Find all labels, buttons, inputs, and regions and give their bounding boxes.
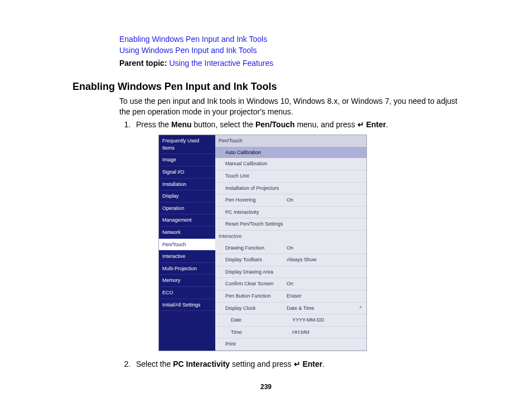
menu-left-item: Multi-Projection: [159, 263, 215, 275]
menu-option: Display Drawing Area: [215, 266, 366, 279]
menu-option: Display ClockDate & Time^: [215, 303, 366, 315]
menu-option: Touch Unit: [215, 170, 366, 183]
section-intro: To use the pen input and Ink tools in Wi…: [119, 96, 465, 117]
enter-icon: ↵: [357, 119, 364, 131]
projector-menu-screenshot: Frequently Used ItemsImageSignal I/OInst…: [158, 135, 367, 351]
menu-option: Drawing FunctionOn: [215, 242, 366, 255]
menu-option: Installation of Projectors: [215, 183, 366, 195]
menu-left-item: Signal I/O: [159, 166, 215, 179]
menu-left-item: Network: [159, 227, 215, 239]
menu-group-interactive: Interactive: [215, 231, 366, 242]
menu-left-item: Interactive: [159, 251, 215, 263]
section-title: Enabling Windows Pen Input and Ink Tools: [72, 81, 465, 93]
menu-option: Reset Pen/Touch Settings: [215, 218, 366, 231]
menu-left-item: Initial/All Settings: [159, 299, 215, 312]
menu-left-item: Frequently Used Items: [159, 135, 215, 154]
menu-left-item: Installation: [159, 179, 215, 191]
page-number: 239: [0, 383, 532, 391]
parent-topic-link[interactable]: Using the Interactive Features: [169, 59, 273, 68]
menu-left-item: Pen/Touch: [159, 239, 215, 251]
menu-left-item: Management: [159, 214, 215, 227]
menu-left-item: Image: [159, 154, 215, 166]
menu-left-item: Display: [159, 190, 215, 203]
step-1: Press the Menu button, select the Pen/To…: [133, 119, 465, 351]
toc-link-using[interactable]: Using Windows Pen Input and Ink Tools: [119, 45, 465, 56]
menu-option: Confirm Clear ScreenOn: [215, 278, 366, 290]
menu-option: TimeHH:MM: [215, 327, 366, 339]
enter-icon: ↵: [294, 359, 301, 370]
menu-option: Manual Calibration: [215, 158, 366, 170]
parent-topic-label: Parent topic:: [119, 59, 167, 68]
chevron-up-icon: ^: [360, 305, 363, 312]
menu-option: DateYYYY-MM-DD: [215, 314, 366, 327]
menu-header-pen-touch: Pen/Touch: [215, 135, 366, 147]
menu-left-item: ECO: [159, 287, 215, 299]
menu-option: Pen Button FunctionEraser: [215, 290, 366, 303]
menu-option: Print: [215, 338, 366, 351]
toc-link-enable[interactable]: Enabling Windows Pen Input and Ink Tools: [119, 33, 465, 45]
step-2: Select the PC Interactivity setting and …: [133, 359, 465, 370]
menu-left-item: Memory: [159, 275, 215, 287]
menu-option: Auto Calibration: [215, 147, 366, 159]
menu-left-item: Operation: [159, 203, 215, 215]
menu-option: Pen HoveringOn: [215, 194, 366, 207]
menu-option: Display ToolbarsAlways Show: [215, 254, 366, 266]
menu-option: PC Interactivity: [215, 207, 366, 219]
